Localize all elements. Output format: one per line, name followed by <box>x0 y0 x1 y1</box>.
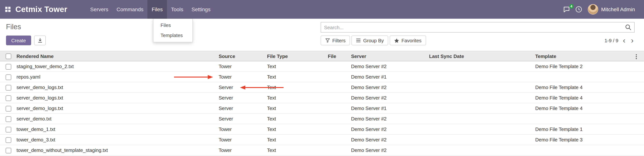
cell-last-sync-date <box>429 82 535 93</box>
table-row[interactable]: tower_demo_without_template_staging.txtT… <box>0 145 644 156</box>
export-button[interactable] <box>34 36 46 45</box>
cell-last-sync-date <box>429 124 535 135</box>
menu-item-commands[interactable]: Commands <box>112 0 148 19</box>
activities-icon[interactable] <box>575 6 582 13</box>
row-checkbox[interactable] <box>6 116 11 122</box>
table-row[interactable]: server_demo_logs.txtServerTextDemo Serve… <box>0 103 644 114</box>
pager-next-icon[interactable]: › <box>630 36 634 45</box>
messages-icon[interactable]: 4 <box>563 6 570 12</box>
cell-file <box>328 124 351 135</box>
chat-bubble-icon <box>563 6 570 12</box>
table-row[interactable]: server_demo.txtServerTextDemo Server #2 <box>0 114 644 124</box>
cell-rendered-name: server_demo.txt <box>16 114 219 124</box>
optional-columns-icon[interactable] <box>636 54 637 59</box>
row-checkbox[interactable] <box>6 137 11 143</box>
search-icon[interactable] <box>625 24 631 30</box>
column-header-file[interactable]: File <box>328 51 351 61</box>
row-select-cell <box>0 103 16 114</box>
dropdown-item-files[interactable]: Files <box>154 20 192 30</box>
cell-file-type: Text <box>267 72 328 82</box>
row-options-spacer <box>636 61 644 72</box>
cell-server: Demo Server #2 <box>351 114 429 124</box>
cell-server: Demo Server #1 <box>351 103 429 114</box>
app-window: Cetmix Tower ServersCommandsFilesToolsSe… <box>0 0 644 156</box>
table-row[interactable]: repos.yamlTowerTextDemo Server #1 <box>0 72 644 82</box>
menu-item-files[interactable]: Files <box>148 0 167 19</box>
cell-server: Demo Server #2 <box>351 82 429 93</box>
download-icon <box>37 38 42 43</box>
row-select-cell <box>0 61 16 72</box>
table-row[interactable]: tower_demo_1.txtTowerTextDemo Server #2D… <box>0 124 644 135</box>
top-navbar: Cetmix Tower ServersCommandsFilesToolsSe… <box>0 0 644 19</box>
cell-source: Tower <box>219 145 267 156</box>
column-header-last-sync-date[interactable]: Last Sync Date <box>429 51 535 61</box>
column-header-source[interactable]: Source <box>219 51 267 61</box>
control-panel: Files Create <box>0 19 644 51</box>
menu-item-settings[interactable]: Settings <box>187 0 214 19</box>
row-checkbox[interactable] <box>6 74 11 80</box>
cell-file-type: Text <box>267 114 328 124</box>
row-select-cell <box>0 145 16 156</box>
menu-item-tools[interactable]: Tools <box>167 0 187 19</box>
table-row[interactable]: tower_demo_3.txtTowerTextDemo Server #2D… <box>0 135 644 145</box>
column-header-server[interactable]: Server <box>351 51 429 61</box>
column-header-rendered-name[interactable]: Rendered Name <box>16 51 219 61</box>
menu-item-servers[interactable]: Servers <box>86 0 112 19</box>
cell-template: Demo File Template 4 <box>535 103 636 114</box>
cell-server: Demo Server #2 <box>351 135 429 145</box>
row-options-spacer <box>636 103 644 114</box>
row-select-cell <box>0 93 16 103</box>
funnel-icon <box>325 38 330 43</box>
create-button[interactable]: Create <box>6 36 31 45</box>
files-list-table: Rendered NameSourceFile TypeFileServerLa… <box>0 51 644 156</box>
group-by-button[interactable]: Group By <box>352 36 388 45</box>
star-icon <box>394 38 399 43</box>
row-checkbox[interactable] <box>6 64 11 69</box>
cell-file-type: Text <box>267 61 328 72</box>
cell-rendered-name: tower_demo_without_template_staging.txt <box>16 145 219 156</box>
cell-source: Server <box>219 93 267 103</box>
cell-file <box>328 82 351 93</box>
pager-range: 1-9 / 9 <box>604 38 618 43</box>
row-options-spacer <box>636 145 644 156</box>
filters-button[interactable]: Filters <box>321 36 350 45</box>
row-select-cell <box>0 135 16 145</box>
row-checkbox[interactable] <box>6 95 11 101</box>
cell-template <box>535 72 636 82</box>
row-checkbox[interactable] <box>6 106 11 111</box>
row-checkbox[interactable] <box>6 85 11 90</box>
cell-file <box>328 145 351 156</box>
select-all-checkbox[interactable] <box>6 54 11 59</box>
cell-rendered-name: tower_demo_3.txt <box>16 135 219 145</box>
cell-file <box>328 103 351 114</box>
cell-file <box>328 135 351 145</box>
table-row[interactable]: server_demo_logs.txtServerTextDemo Serve… <box>0 93 644 103</box>
cell-file <box>328 72 351 82</box>
clock-icon <box>575 6 582 13</box>
filter-buttons: Filters Group By Favorites <box>321 36 426 45</box>
cell-file <box>328 114 351 124</box>
cell-last-sync-date <box>429 114 535 124</box>
cell-server: Demo Server #1 <box>351 72 429 82</box>
table-row[interactable]: server_demo_logs.txtServerTextDemo Serve… <box>0 82 644 93</box>
row-checkbox[interactable] <box>6 127 11 132</box>
search-input[interactable] <box>321 24 625 30</box>
apps-grid-icon[interactable] <box>5 7 10 12</box>
pager: 1-9 / 9 ‹ › <box>604 36 634 45</box>
page-title: Files <box>6 23 21 31</box>
row-select-cell <box>0 72 16 82</box>
column-header-template[interactable]: Template <box>535 51 636 61</box>
cell-last-sync-date <box>429 72 535 82</box>
dropdown-item-templates[interactable]: Templates <box>154 30 192 40</box>
row-options-spacer <box>636 93 644 103</box>
cell-file-type: Text <box>267 103 328 114</box>
pager-previous-icon[interactable]: ‹ <box>622 36 626 45</box>
row-checkbox[interactable] <box>6 148 11 153</box>
table-row[interactable]: staging_tower_demo_2.txtTowerTextDemo Se… <box>0 61 644 72</box>
cell-template <box>535 114 636 124</box>
table-body: staging_tower_demo_2.txtTowerTextDemo Se… <box>0 61 644 156</box>
favorites-button[interactable]: Favorites <box>390 36 426 45</box>
column-header-file-type[interactable]: File Type <box>267 51 328 61</box>
user-menu[interactable]: Mitchell Admin <box>588 4 635 15</box>
cell-source: Server <box>219 114 267 124</box>
